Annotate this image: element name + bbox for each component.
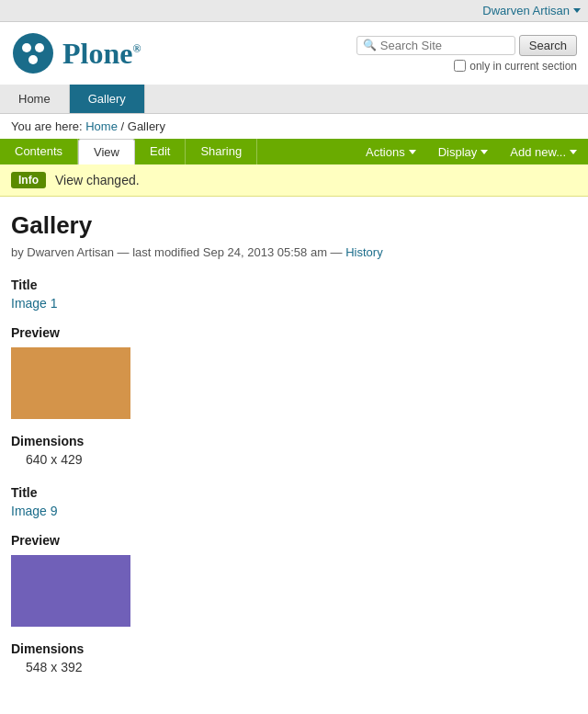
page-title: Gallery <box>11 211 577 240</box>
svg-point-0 <box>13 33 53 74</box>
history-link[interactable]: History <box>345 245 382 259</box>
tab-contents[interactable]: Contents <box>0 139 78 164</box>
addnew-label: Add new... <box>510 145 566 159</box>
search-row: 🔍 Search <box>356 35 577 56</box>
image-9-link[interactable]: Image 9 <box>11 504 58 518</box>
only-current-label: only in current section <box>469 60 577 73</box>
page-meta: by Dwarven Artisan — last modified Sep 2… <box>11 245 577 259</box>
info-banner: Info View changed. <box>0 164 588 197</box>
breadcrumb: You are here: Home / Gallery <box>0 114 588 139</box>
title-value-1: Image 1 <box>11 296 577 311</box>
logo-text: Plone® <box>62 37 141 71</box>
title-label-1: Title <box>11 278 577 292</box>
top-bar: Dwarven Artisan <box>0 0 588 22</box>
preview-image-2 <box>11 555 130 627</box>
gallery-item-2: Title Image 9 Preview Dimensions 548 x 3… <box>11 485 577 674</box>
dimensions-label-1: Dimensions <box>11 434 577 448</box>
search-area: 🔍 Search only in current section <box>356 35 577 73</box>
action-bar-left: Contents View Edit Sharing <box>0 139 257 164</box>
nav-tabs: Home Gallery <box>0 85 588 114</box>
breadcrumb-separator: / <box>121 119 128 133</box>
user-menu[interactable]: Dwarven Artisan <box>482 4 581 17</box>
user-menu-chevron-icon <box>573 8 581 13</box>
only-current-checkbox[interactable] <box>454 60 466 72</box>
preview-image-1 <box>11 347 130 419</box>
image-1-link[interactable]: Image 1 <box>11 296 58 311</box>
addnew-chevron-icon <box>570 150 577 154</box>
dimensions-value-1: 640 x 429 <box>11 452 577 467</box>
nav-tab-home[interactable]: Home <box>0 85 70 113</box>
dimensions-label-2: Dimensions <box>11 641 577 656</box>
svg-point-3 <box>28 55 38 64</box>
preview-label-2: Preview <box>11 533 577 548</box>
breadcrumb-home[interactable]: Home <box>85 119 118 133</box>
logo: Plone® <box>11 31 141 75</box>
only-current-section: only in current section <box>454 60 577 73</box>
tab-view[interactable]: View <box>78 139 135 164</box>
actions-dropdown[interactable]: Actions <box>355 140 427 164</box>
tab-sharing[interactable]: Sharing <box>186 139 257 164</box>
svg-point-1 <box>22 43 31 52</box>
display-label: Display <box>438 145 478 159</box>
title-value-2: Image 9 <box>11 504 577 518</box>
actions-chevron-icon <box>409 150 416 154</box>
plone-logo-icon <box>11 31 55 75</box>
gallery-item-1: Title Image 1 Preview Dimensions 640 x 4… <box>11 278 577 467</box>
nav-tab-gallery[interactable]: Gallery <box>70 85 145 113</box>
title-label-2: Title <box>11 485 577 500</box>
user-name: Dwarven Artisan <box>482 4 570 17</box>
search-input-wrap: 🔍 <box>356 36 515 55</box>
display-chevron-icon <box>481 150 488 154</box>
addnew-dropdown[interactable]: Add new... <box>499 140 588 164</box>
header: Plone® 🔍 Search only in current section <box>0 22 588 85</box>
breadcrumb-current: Gallery <box>128 119 165 133</box>
breadcrumb-prefix: You are here: <box>11 119 83 133</box>
tab-edit[interactable]: Edit <box>135 139 186 164</box>
search-input[interactable] <box>380 39 509 52</box>
action-bar-right: Actions Display Add new... <box>355 140 588 164</box>
actions-label: Actions <box>366 145 405 159</box>
dimensions-value-2: 548 x 392 <box>11 660 577 674</box>
display-dropdown[interactable]: Display <box>427 140 500 164</box>
info-badge: Info <box>11 172 46 188</box>
search-button[interactable]: Search <box>519 35 577 56</box>
meta-text: by Dwarven Artisan — last modified Sep 2… <box>11 245 345 259</box>
preview-label-1: Preview <box>11 325 577 340</box>
svg-point-2 <box>35 43 44 52</box>
search-icon: 🔍 <box>363 39 377 51</box>
info-message: View changed. <box>55 173 140 187</box>
action-bar: Contents View Edit Sharing Actions Displ… <box>0 139 588 164</box>
content: Gallery by Dwarven Artisan — last modifi… <box>0 197 588 708</box>
